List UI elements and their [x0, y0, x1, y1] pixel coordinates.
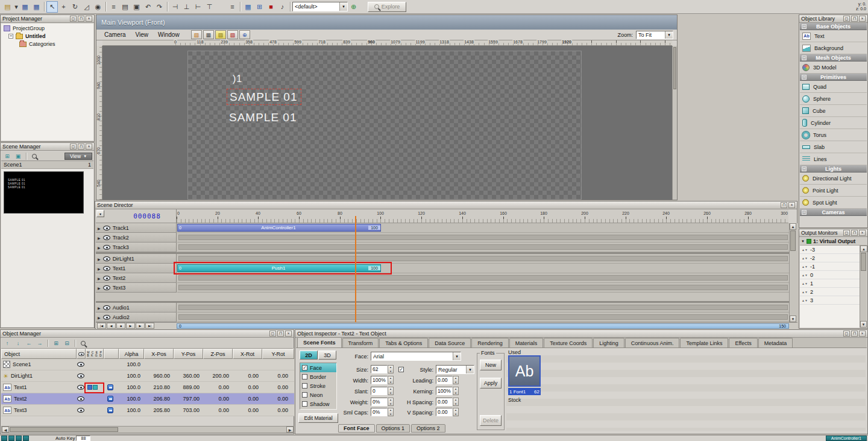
pin-panel-icon[interactable]: [277, 331, 284, 337]
snap-guides-icon[interactable]: ⊞: [254, 1, 265, 13]
alpha-value[interactable]: 100.0: [119, 407, 140, 413]
move-up-icon[interactable]: ↑: [2, 339, 12, 348]
search-objects-icon[interactable]: [78, 339, 88, 348]
column-header-zpos[interactable]: Z-Pos: [203, 349, 233, 359]
grid-toggle-icon[interactable]: ▦: [203, 30, 214, 39]
move-tool-icon[interactable]: +: [58, 1, 69, 13]
combo-arrow-icon[interactable]: [339, 2, 347, 11]
redo-icon[interactable]: ↷: [154, 1, 165, 13]
frame-counter[interactable]: 000088: [127, 212, 167, 220]
pin-panel-icon[interactable]: [851, 230, 858, 236]
select-tool-icon[interactable]: ↖: [46, 1, 58, 13]
close-panel-icon[interactable]: [859, 16, 866, 22]
spinner-arrows-icon[interactable]: [453, 398, 459, 406]
tab-tabs-options[interactable]: Tabs & Options: [379, 338, 428, 347]
layer-row-neon[interactable]: Neon: [300, 390, 336, 399]
track-visibility-icon[interactable]: [103, 266, 110, 271]
yrot-value[interactable]: 0.00: [262, 396, 288, 402]
collapse-icon[interactable]: [8, 34, 13, 39]
collapse-icon[interactable]: [802, 24, 807, 29]
track-row-track3[interactable]: Track3: [96, 243, 177, 252]
align-bottom-icon[interactable]: ⊥: [181, 1, 192, 13]
play-button[interactable]: ▶: [126, 323, 135, 329]
stop-button[interactable]: ■: [116, 323, 125, 329]
layer-row[interactable]: ▲▼-2: [800, 254, 860, 262]
xrot-value[interactable]: 0.00: [233, 396, 259, 402]
object-row-text3[interactable]: AbText3 100.0 205.80 703.00 0.00 0.00 0.…: [1, 405, 294, 416]
library-item-text[interactable]: Text: [800, 30, 867, 42]
align-left-icon[interactable]: ⊣: [169, 1, 181, 13]
zpos-value[interactable]: 0.00: [203, 396, 229, 402]
pin-panel-icon[interactable]: [851, 16, 858, 22]
align-right-icon[interactable]: ⊢: [192, 1, 204, 13]
library-item-spot-light[interactable]: Spot Light: [800, 197, 867, 209]
object-row-text1[interactable]: AbText1 100.0 210.80 889.00 0.00 0.00 0.…: [1, 382, 294, 393]
script-indicator-icon[interactable]: [107, 396, 113, 402]
ypos-value[interactable]: 703.00: [174, 407, 200, 413]
spinner-arrows-icon[interactable]: [388, 376, 394, 384]
promote-icon[interactable]: ←: [24, 339, 34, 348]
status-toggle-icon[interactable]: [16, 436, 22, 441]
object-library-header[interactable]: Object Library: [799, 15, 867, 23]
rotate-tool-icon[interactable]: ↻: [69, 1, 81, 13]
style-combo[interactable]: Regular: [436, 365, 474, 374]
pin-panel-icon[interactable]: [78, 16, 84, 22]
mode-3d-button[interactable]: 3D: [318, 351, 336, 360]
spinner-arrows-icon[interactable]: [453, 408, 459, 416]
smlcaps-spinner[interactable]: 0%: [371, 408, 394, 416]
layer-row[interactable]: ▲▼0: [800, 271, 860, 279]
move-down-icon[interactable]: ↓: [13, 339, 23, 348]
track-visibility-icon[interactable]: [103, 315, 110, 320]
director-options-dropdown[interactable]: ▾: [96, 210, 104, 217]
tab-texture-coords[interactable]: Texture Coords: [544, 338, 593, 347]
status-toggle-icon[interactable]: [8, 436, 14, 441]
library-item-cylinder[interactable]: Cylinder: [800, 117, 867, 129]
menu-camera[interactable]: Camera: [100, 31, 130, 38]
library-section-lights[interactable]: Lights: [800, 165, 867, 173]
object-inspector-header[interactable]: Object Inspector - Text2 - Text Object: [295, 330, 867, 338]
zpos-value[interactable]: 0.00: [203, 384, 229, 390]
layer-row-border[interactable]: Border: [300, 372, 336, 381]
xpos-value[interactable]: 205.80: [144, 407, 170, 413]
track-lane-track2[interactable]: [177, 233, 789, 243]
status-toggle-icon[interactable]: [23, 436, 29, 441]
expand-track-icon[interactable]: [98, 285, 101, 291]
library-item-torus[interactable]: Torus: [800, 129, 867, 141]
yrot-value[interactable]: 0.00: [262, 384, 288, 390]
size-value[interactable]: 62: [371, 365, 388, 373]
column-header-alpha[interactable]: Alpha: [119, 349, 144, 359]
tab-lighting[interactable]: Lighting: [593, 338, 624, 347]
scene-manager-header[interactable]: Scene Manager: [1, 143, 94, 151]
scene-director-header[interactable]: Scene Director: [95, 201, 797, 209]
tab-options-2[interactable]: Options 2: [411, 424, 445, 433]
mask-toggle-icon[interactable]: ▧: [227, 30, 238, 39]
library-item-directional-light[interactable]: Directional Light: [800, 173, 867, 185]
kerning-value[interactable]: 100%: [436, 387, 453, 395]
tab-font-face[interactable]: Font Face: [338, 424, 375, 433]
column-header-xrot[interactable]: X-Rot: [233, 349, 262, 359]
track-visibility-icon[interactable]: [103, 245, 110, 250]
expand-track-icon[interactable]: [98, 225, 101, 231]
zoom-combo[interactable]: To Fit: [636, 31, 673, 39]
close-panel-icon[interactable]: [859, 331, 866, 337]
view-dropdown-button[interactable]: View ▼: [64, 153, 92, 160]
track-visibility-icon[interactable]: [103, 285, 110, 290]
collapse-icon[interactable]: [802, 56, 807, 60]
new-scene-icon[interactable]: ⊞: [2, 151, 12, 160]
xpos-value[interactable]: 210.80: [144, 384, 170, 390]
tree-item-projectgroup[interactable]: ProjectGroup: [1, 24, 93, 32]
go-end-button[interactable]: ▶|: [145, 323, 154, 329]
close-panel-icon[interactable]: [86, 16, 92, 22]
layer-row[interactable]: ▲▼2: [800, 288, 860, 296]
track-row-text2[interactable]: Text2: [96, 273, 177, 283]
alpha-value[interactable]: 100.0: [119, 361, 140, 367]
menu-window[interactable]: Window: [154, 31, 184, 38]
director-vertical-scrollbar[interactable]: ▲ ▼: [789, 223, 796, 322]
kerning-spinner[interactable]: 100%: [436, 387, 459, 395]
object-manager-hscrollbar[interactable]: ◀ ▶: [1, 426, 294, 433]
library-item-slab[interactable]: Slab: [800, 141, 867, 153]
track-visibility-icon[interactable]: [103, 226, 110, 230]
library-section-primitives[interactable]: Primitives: [800, 74, 867, 81]
layer-row[interactable]: ▲▼-3: [800, 246, 860, 254]
save-icon[interactable]: ▦: [19, 1, 31, 13]
